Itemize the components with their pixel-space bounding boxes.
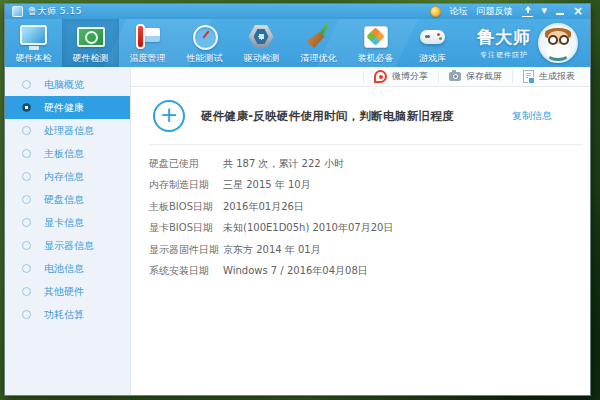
toolbar-item[interactable]: 硬件体检	[5, 19, 62, 67]
info-row-label: 内存制造日期	[149, 178, 223, 192]
sidebar-item-label: 处理器信息	[44, 124, 94, 138]
sidebar-item[interactable]: 显示器信息	[5, 234, 130, 257]
radio-bullet-icon	[22, 241, 31, 250]
toolbar-item[interactable]: 硬件检测	[62, 19, 119, 67]
radio-bullet-icon	[22, 264, 31, 273]
sidebar-item-label: 电脑概览	[44, 78, 84, 92]
content-area: + 硬件健康-反映硬件使用时间，判断电脑新旧程度 复制信息 硬盘已使用 共 18…	[131, 87, 590, 395]
report-icon	[523, 70, 534, 83]
gauge-icon	[191, 23, 219, 51]
toolbar-item-label: 游戏库	[419, 52, 446, 65]
toolbar-item[interactable]: 温度管理	[119, 19, 176, 67]
info-row: 主板BIOS日期 2016年01月26日	[149, 196, 590, 218]
toolbar-item-label: 装机必备	[358, 52, 394, 65]
mascot-beard	[546, 44, 570, 58]
sidebar-item[interactable]: 处理器信息	[5, 119, 130, 142]
sidebar-item-label: 硬件健康	[44, 101, 84, 115]
copy-info-link[interactable]: 复制信息	[512, 109, 552, 123]
action-item-label: 保存截屏	[466, 70, 502, 83]
action-item-label: 微博分享	[392, 70, 428, 83]
toolbar-items: 硬件体检 硬件检测 温度管理 性能测试 驱动检测 清理优化	[5, 19, 461, 67]
toolbar-item-label: 硬件检测	[73, 52, 109, 65]
app-window: 鲁大师 5.15 论坛 问题反馈 ▼ × 硬件体检 硬件检测 温度管理	[4, 3, 591, 396]
toolbar-item[interactable]: 游戏库	[404, 19, 461, 67]
info-row-value: 共 187 次，累计 222 小时	[223, 157, 344, 171]
info-row-value: 2016年01月26日	[223, 200, 304, 214]
sidebar-item-label: 电池信息	[44, 262, 84, 276]
radio-bullet-icon	[22, 149, 31, 158]
sidebar-item-label: 功耗估算	[44, 308, 84, 322]
brand-name: 鲁大师	[477, 26, 531, 49]
info-rows: 硬盘已使用 共 187 次，累计 222 小时 内存制造日期 三星 2015 年…	[131, 145, 590, 282]
action-item[interactable]: 保存截屏	[438, 70, 512, 83]
sidebar-item-label: 其他硬件	[44, 285, 84, 299]
minimize-button[interactable]	[556, 13, 564, 15]
sidebar-item-label: 显卡信息	[44, 216, 84, 230]
sidebar-item-label: 主板信息	[44, 147, 84, 161]
sidebar-item[interactable]: 电脑概览	[5, 73, 130, 96]
info-row-label: 硬盘已使用	[149, 157, 223, 171]
weibo-icon	[374, 70, 387, 83]
menu-dropdown-icon[interactable]: ▼	[542, 8, 547, 15]
monitor-icon	[20, 23, 48, 51]
main-panel: 微博分享 保存截屏 生成报表 + 硬件健康-反映硬件使用时间，判断电脑新旧程度 …	[131, 67, 590, 395]
feedback-link[interactable]: 问题反馈	[477, 5, 513, 18]
sidebar-item[interactable]: 硬件健康	[5, 96, 130, 119]
info-row-label: 显卡BIOS日期	[149, 221, 223, 235]
sidebar-item-label: 显示器信息	[44, 239, 94, 253]
info-row: 显示器固件日期 京东方 2014 年 01月	[149, 239, 590, 261]
share-upload-icon[interactable]	[522, 6, 533, 17]
radio-bullet-icon	[22, 80, 31, 89]
action-item[interactable]: 微博分享	[363, 70, 438, 83]
sidebar-item[interactable]: 内存信息	[5, 165, 130, 188]
toolbar-item-label: 驱动检测	[244, 52, 280, 65]
sidebar-item[interactable]: 电池信息	[5, 257, 130, 280]
info-row: 硬盘已使用 共 187 次，累计 222 小时	[149, 153, 590, 175]
lower-region: 电脑概览 硬件健康 处理器信息 主板信息 内存信息 硬盘信息	[5, 67, 590, 395]
app-logo-icon	[12, 6, 23, 17]
toolbar-item[interactable]: 性能测试	[176, 19, 233, 67]
software-box-icon	[362, 23, 390, 51]
sidebar-item[interactable]: 主板信息	[5, 142, 130, 165]
sidebar-item[interactable]: 硬盘信息	[5, 188, 130, 211]
toolbar-item[interactable]: 清理优化	[290, 19, 347, 67]
action-bar: 微博分享 保存截屏 生成报表	[131, 67, 590, 87]
action-item[interactable]: 生成报表	[512, 70, 585, 83]
brand-slogan: 专注硬件防护	[477, 50, 531, 60]
gamepad-icon	[419, 23, 447, 51]
radio-bullet-icon	[22, 195, 31, 204]
toolbar-item[interactable]: 驱动检测	[233, 19, 290, 67]
content-header: + 硬件健康-反映硬件使用时间，判断电脑新旧程度 复制信息	[131, 87, 590, 144]
medal-icon[interactable]	[430, 6, 441, 17]
sidebar-item[interactable]: 显卡信息	[5, 211, 130, 234]
radio-bullet-icon	[22, 103, 31, 112]
plus-circle-icon: +	[153, 100, 185, 132]
action-item-label: 生成报表	[539, 70, 575, 83]
info-row: 系统安装日期 Windows 7 / 2016年04月08日	[149, 261, 590, 283]
sidebar-item-label: 硬盘信息	[44, 193, 84, 207]
toolbar-item-label: 温度管理	[130, 52, 166, 65]
broom-icon	[305, 23, 333, 51]
toolbar-item[interactable]: 装机必备	[347, 19, 404, 67]
info-row-label: 主板BIOS日期	[149, 200, 223, 214]
info-row-value: 京东方 2014 年 01月	[223, 243, 321, 257]
info-row-label: 显示器固件日期	[149, 243, 223, 257]
page-title: 硬件健康-反映硬件使用时间，判断电脑新旧程度	[201, 109, 454, 124]
info-row: 内存制造日期 三星 2015 年 10月	[149, 175, 590, 197]
sidebar-item[interactable]: 其他硬件	[5, 280, 130, 303]
radio-bullet-icon	[22, 310, 31, 319]
sidebar: 电脑概览 硬件健康 处理器信息 主板信息 内存信息 硬盘信息	[5, 67, 131, 395]
driver-hexagon-icon	[248, 23, 276, 51]
sidebar-item-label: 内存信息	[44, 170, 84, 184]
camera-icon	[449, 72, 461, 81]
mascot-glasses-left	[548, 35, 558, 45]
toolbar-item-label: 清理优化	[301, 52, 337, 65]
radio-bullet-icon	[22, 172, 31, 181]
forum-link[interactable]: 论坛	[450, 5, 468, 18]
radio-bullet-icon	[22, 287, 31, 296]
titlebar: 鲁大师 5.15 论坛 问题反馈 ▼ ×	[5, 4, 590, 19]
info-row: 显卡BIOS日期 未知(100E1D05h) 2010年07月20日	[149, 218, 590, 240]
close-button[interactable]: ×	[573, 5, 583, 17]
sidebar-item[interactable]: 功耗估算	[5, 303, 130, 326]
radio-bullet-icon	[22, 126, 31, 135]
